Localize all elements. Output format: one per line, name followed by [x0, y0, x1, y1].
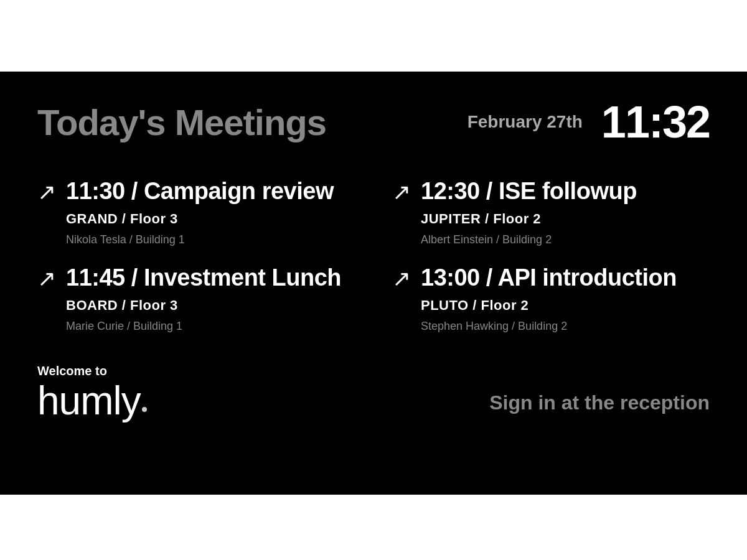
brand-name: humly	[37, 381, 141, 421]
bottom-white-bar	[0, 495, 747, 560]
welcome-label: Welcome to	[37, 364, 147, 378]
main-section: Today's Meetings February 27th 11:32 ↗ 1…	[0, 72, 747, 495]
page-title: Today's Meetings	[37, 101, 326, 143]
meeting-person-4: Stephen Hawking / Building 2	[421, 320, 677, 333]
top-white-bar	[0, 0, 747, 72]
arrow-icon-1: ↗	[37, 181, 56, 203]
welcome-block: Welcome to humly	[37, 364, 147, 421]
brand-dot	[142, 407, 147, 412]
meeting-content-2: 12:30 / ISE followup JUPITER / Floor 2 A…	[421, 179, 637, 246]
meeting-room-3: BOARD / Floor 3	[66, 297, 341, 314]
meeting-item-2[interactable]: ↗ 12:30 / ISE followup JUPITER / Floor 2…	[392, 179, 710, 246]
time-label: 11:32	[601, 96, 710, 147]
arrow-icon-4: ↗	[392, 268, 411, 290]
date-label: February 27th	[467, 112, 583, 132]
meeting-title-4: 13:00 / API introduction	[421, 265, 677, 291]
meeting-item-1[interactable]: ↗ 11:30 / Campaign review GRAND / Floor …	[37, 179, 355, 246]
meeting-title-2: 12:30 / ISE followup	[421, 179, 637, 205]
meeting-room-2: JUPITER / Floor 2	[421, 211, 637, 227]
meeting-item-3[interactable]: ↗ 11:45 / Investment Lunch BOARD / Floor…	[37, 265, 355, 333]
meeting-person-1: Nikola Tesla / Building 1	[66, 233, 334, 246]
arrow-icon-3: ↗	[37, 268, 56, 290]
meeting-room-4: PLUTO / Floor 2	[421, 297, 677, 314]
meeting-content-4: 13:00 / API introduction PLUTO / Floor 2…	[421, 265, 677, 333]
meeting-person-2: Albert Einstein / Building 2	[421, 233, 637, 246]
brand-logo: humly	[37, 381, 147, 421]
meeting-content-1: 11:30 / Campaign review GRAND / Floor 3 …	[66, 179, 334, 246]
header-right: February 27th 11:32	[467, 96, 710, 147]
meeting-content-3: 11:45 / Investment Lunch BOARD / Floor 3…	[66, 265, 341, 333]
sign-in-text: Sign in at the reception	[489, 391, 710, 421]
meeting-person-3: Marie Curie / Building 1	[66, 320, 341, 333]
meetings-grid: ↗ 11:30 / Campaign review GRAND / Floor …	[37, 179, 710, 333]
arrow-icon-2: ↗	[392, 181, 411, 203]
meeting-title-3: 11:45 / Investment Lunch	[66, 265, 341, 291]
header-row: Today's Meetings February 27th 11:32	[37, 96, 710, 147]
meeting-room-1: GRAND / Floor 3	[66, 211, 334, 227]
footer-area: Welcome to humly Sign in at the receptio…	[37, 364, 710, 421]
meeting-title-1: 11:30 / Campaign review	[66, 179, 334, 205]
meeting-item-4[interactable]: ↗ 13:00 / API introduction PLUTO / Floor…	[392, 265, 710, 333]
